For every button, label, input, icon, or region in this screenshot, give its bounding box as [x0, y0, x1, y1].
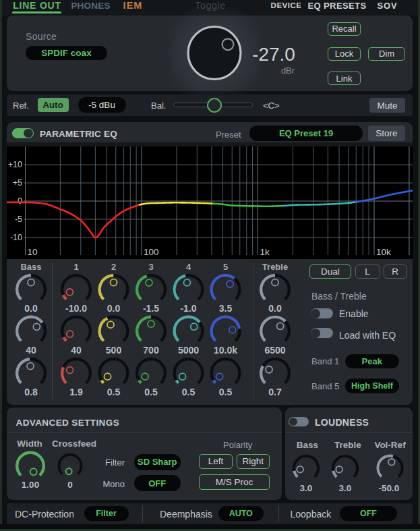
svg-text:+10: +10	[8, 160, 22, 169]
svg-text:-10: -10	[10, 233, 22, 242]
svg-text:10: 10	[28, 247, 38, 257]
svg-text:100: 100	[144, 247, 159, 257]
svg-text:10k: 10k	[376, 247, 391, 257]
svg-text:+5: +5	[13, 178, 22, 188]
svg-text:1k: 1k	[260, 247, 270, 257]
svg-text:-5: -5	[15, 215, 22, 224]
svg-text:0: 0	[18, 196, 22, 206]
